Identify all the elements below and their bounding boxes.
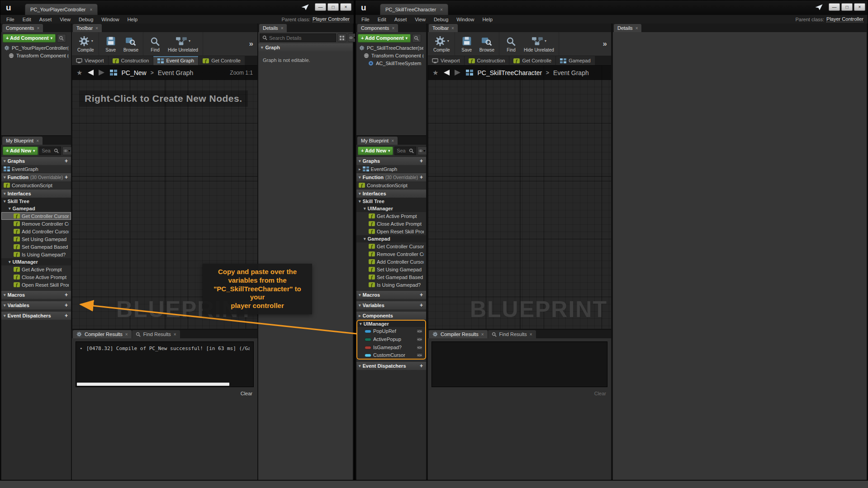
compile-button[interactable]: ▾Compile [431, 35, 452, 53]
search-details-field[interactable] [269, 35, 333, 41]
close-tab-icon[interactable]: × [174, 332, 176, 337]
graph-tab-construction[interactable]: fConstruction [109, 56, 154, 65]
item-get-active-prompt[interactable]: fGet Active Prompt [356, 212, 426, 220]
item-is-using-gamepad[interactable]: fIs Using Gamepad? [356, 281, 426, 289]
item-remove-controller-cu[interactable]: fRemove Controller Cu [1, 220, 71, 227]
menu-file[interactable]: File [2, 16, 19, 23]
clear-button[interactable]: Clear [594, 391, 606, 396]
add-button[interactable]: + [65, 292, 69, 298]
category-uimanager[interactable]: ▾UIManager [356, 205, 426, 212]
dropdown-caret-icon[interactable]: ▾ [91, 39, 93, 43]
hide-unrelated-button[interactable]: ▾Hide Unrelated [522, 35, 556, 53]
collapse-icon[interactable]: ▾ [4, 175, 6, 180]
category-gamepad[interactable]: ▾Gamepad [1, 205, 71, 212]
parent-class-link[interactable]: Player Controller [313, 16, 350, 22]
menu-asset[interactable]: Asset [390, 16, 411, 23]
grid-view-button[interactable] [337, 33, 346, 42]
graph-tab-gamepad[interactable]: Gamepad [556, 56, 595, 65]
tab-toolbar[interactable]: Toolbar× [73, 24, 102, 32]
view-options-button[interactable]: ▾ [62, 147, 71, 155]
variable-customcursor[interactable]: CustomCursor [356, 351, 426, 360]
maximize-button[interactable]: □ [841, 3, 853, 11]
section-components[interactable]: ▸Components [356, 311, 426, 320]
menu-window[interactable]: Window [97, 16, 123, 23]
category-skill-tree[interactable]: ▾Skill Tree [356, 198, 426, 205]
variable-popupref[interactable]: PopUpRef [356, 327, 426, 335]
item-constructionscript[interactable]: fConstructionScript [356, 181, 426, 189]
collapse-icon[interactable]: ▾ [364, 206, 366, 211]
close-tab-icon[interactable]: × [440, 7, 443, 12]
dropdown-caret-icon[interactable]: ▾ [545, 39, 546, 43]
find-button[interactable]: Find [146, 35, 165, 53]
collapse-icon[interactable]: ▾ [4, 191, 6, 196]
close-tab-icon[interactable]: × [451, 26, 454, 31]
component-item-transform-component-t[interactable]: Transform Component (T [356, 52, 426, 59]
add-new-button[interactable]: + Add New▾ [358, 147, 393, 155]
menu-edit[interactable]: Edit [374, 16, 390, 23]
add-button[interactable]: + [420, 302, 424, 308]
horizontal-scrollbar[interactable] [77, 383, 229, 386]
add-button[interactable]: + [65, 313, 69, 319]
close-tab-icon[interactable]: × [391, 138, 394, 143]
browse-button[interactable]: Browse [477, 35, 497, 53]
collapse-icon[interactable]: ▾ [359, 159, 361, 163]
item-eventgraph[interactable]: EventGraph [1, 165, 71, 173]
send-icon[interactable] [301, 4, 309, 10]
dropdown-caret-icon[interactable]: ▾ [189, 39, 190, 43]
add-button[interactable]: + [65, 158, 69, 164]
section-variables[interactable]: ▾Variables+ [1, 301, 71, 309]
collapse-icon[interactable]: ▾ [4, 293, 6, 297]
component-item-ac-skilltreesystem[interactable]: AC_SkillTreeSystem [356, 59, 426, 67]
component-item-transform-component-t[interactable]: Transform Component (T [1, 52, 71, 59]
section-functions[interactable]: ▾Functions(30 Overridable)+ [1, 173, 71, 181]
section-interfaces[interactable]: ▾Interfaces [1, 189, 71, 198]
menu-file[interactable]: File [357, 16, 374, 23]
item-eventgraph[interactable]: ▸EventGraph [356, 165, 426, 173]
add-button[interactable]: + [420, 292, 424, 298]
menu-window[interactable]: Window [452, 16, 478, 23]
item-add-controller-cursor[interactable]: fAdd Controller Cursor [356, 258, 426, 265]
variable-isgamepad[interactable]: IsGamepad? [356, 343, 426, 351]
tab-find-results[interactable]: Find Results× [488, 330, 536, 338]
menu-help[interactable]: Help [123, 16, 142, 23]
graph-tab-viewport[interactable]: Viewport [72, 56, 109, 65]
add-button[interactable]: + [420, 158, 424, 164]
collapse-icon[interactable]: ▾ [364, 237, 366, 241]
visibility-toggle-icon[interactable] [416, 353, 423, 358]
close-tab-icon[interactable]: × [392, 26, 394, 31]
breadcrumb-root[interactable]: PC_New [121, 69, 146, 76]
graph-tab-get-controlle[interactable]: fGet Controlle [509, 56, 556, 65]
collapse-icon[interactable]: ▾ [4, 199, 6, 204]
item-get-controller-cursor[interactable]: fGet Controller Cursor [1, 212, 71, 220]
tab-my-blueprint[interactable]: My Blueprint× [2, 137, 43, 145]
menu-debug[interactable]: Debug [75, 16, 97, 23]
search-input[interactable] [394, 147, 416, 155]
section-variables[interactable]: ▾Variables+ [356, 301, 426, 309]
maximize-button[interactable]: □ [327, 3, 339, 11]
back-button[interactable] [442, 69, 450, 76]
add-button[interactable]: + [420, 363, 424, 369]
forward-button[interactable] [454, 69, 462, 76]
toolbar-overflow-button[interactable]: » [603, 39, 610, 48]
tab-components[interactable]: Components× [357, 24, 398, 32]
expand-icon[interactable]: ▸ [359, 313, 361, 318]
search-button[interactable] [57, 34, 66, 43]
visibility-toggle-icon[interactable] [416, 345, 423, 350]
collapse-icon[interactable]: ▾ [4, 303, 6, 308]
search-field[interactable] [397, 148, 408, 153]
breadcrumb-root[interactable]: PC_SkillTreeCharacter [477, 69, 542, 76]
section-event-dispatchers[interactable]: ▾Event Dispatchers+ [1, 311, 71, 320]
close-tab-icon[interactable]: × [481, 332, 484, 337]
close-tab-icon[interactable]: × [530, 332, 532, 337]
menu-edit[interactable]: Edit [19, 16, 35, 23]
item-open-reset-skill-pror[interactable]: fOpen Reset Skill Pror [1, 281, 71, 289]
graph-tab-event-graph[interactable]: Event Graph [153, 56, 199, 65]
compile-button[interactable]: ▾Compile [75, 35, 96, 53]
tab-compiler-results[interactable]: Compiler Results× [429, 330, 488, 338]
minimize-button[interactable]: — [315, 3, 326, 11]
toolbar-overflow-button[interactable]: » [249, 39, 256, 48]
section-graphs[interactable]: ▾Graphs+ [1, 156, 71, 165]
search-field[interactable] [42, 148, 52, 153]
add-component-button[interactable]: + Add Component▾ [358, 34, 411, 43]
collapse-icon[interactable]: ▾ [359, 303, 361, 308]
